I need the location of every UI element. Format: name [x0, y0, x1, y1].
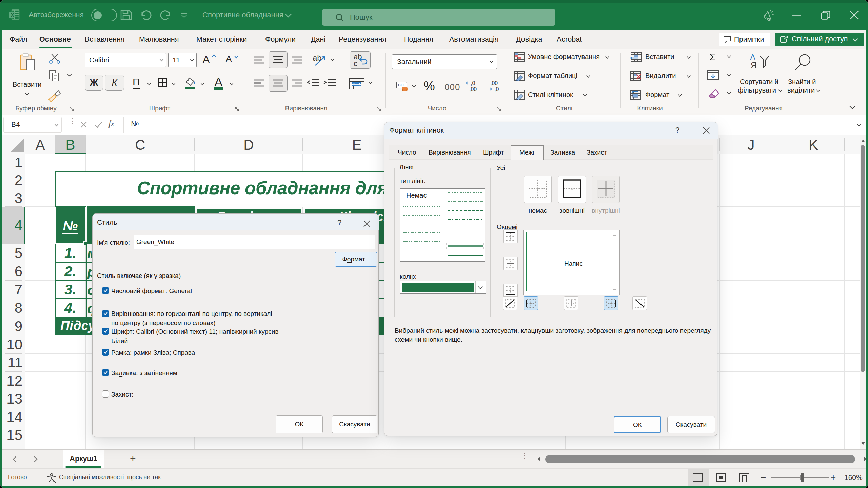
svg-text:,00: ,00: [490, 80, 498, 86]
svg-text:Я: Я: [751, 61, 756, 70]
svg-text:,0: ,0: [471, 80, 475, 86]
svg-text:CO: CO: [398, 83, 404, 87]
svg-text:,00: ,00: [469, 86, 477, 92]
svg-text:,0: ,0: [494, 86, 499, 92]
svg-text:c: c: [354, 59, 357, 67]
svg-text:X: X: [11, 12, 14, 18]
